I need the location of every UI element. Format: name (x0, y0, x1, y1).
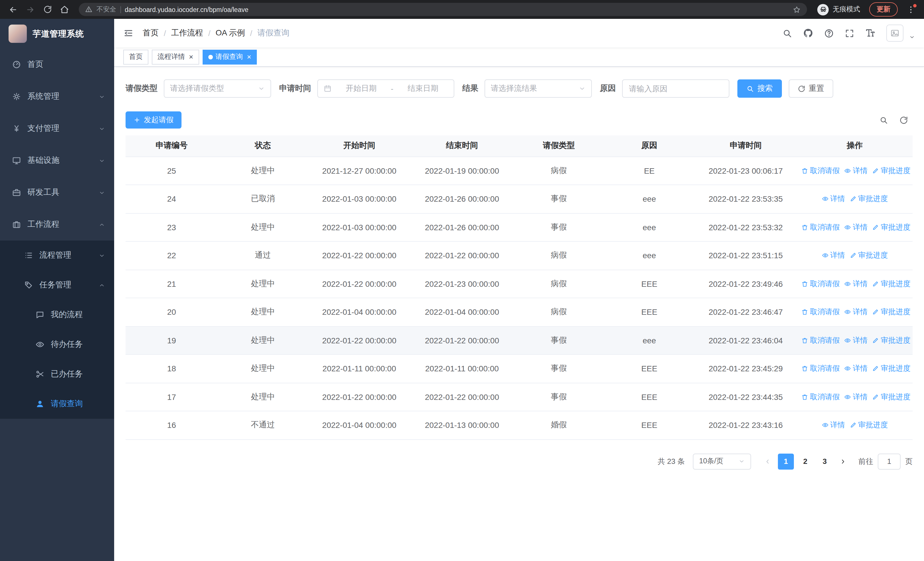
page-button-3[interactable]: 3 (817, 453, 832, 469)
page-button-2[interactable]: 2 (797, 453, 813, 469)
column-header: 开始时间 (308, 135, 411, 156)
search-button[interactable]: 搜索 (737, 80, 782, 98)
sidebar-item-task-management[interactable]: 任务管理 (0, 270, 114, 300)
approval-progress-link[interactable]: 审批进度 (872, 222, 910, 233)
approval-progress-link[interactable]: 审批进度 (872, 165, 910, 176)
tab-process-detail[interactable]: 流程详情× (152, 50, 199, 64)
sidebar-item-workflow[interactable]: 工作流程 (0, 209, 114, 241)
detail-link[interactable]: 详情 (844, 222, 867, 233)
detail-link[interactable]: 详情 (822, 194, 845, 204)
approval-progress-link[interactable]: 审批进度 (872, 392, 910, 402)
forward-button[interactable] (23, 2, 38, 17)
chat-icon (35, 310, 45, 319)
detail-link[interactable]: 详情 (822, 251, 845, 261)
detail-link[interactable]: 详情 (844, 335, 867, 346)
apply-time-range[interactable]: 开始日期 - 结束日期 (317, 80, 454, 98)
sidebar-item-payment-management[interactable]: 支付管理 (0, 113, 114, 144)
close-tab-icon[interactable]: × (247, 53, 251, 60)
cancel-leave-link[interactable]: 取消请假 (801, 335, 840, 346)
cancel-leave-link[interactable]: 取消请假 (801, 222, 840, 233)
approval-progress-link[interactable]: 审批进度 (872, 307, 910, 317)
table-cell: 2022-01-11 00:00:00 (410, 355, 513, 383)
table-cell: EEE (604, 383, 694, 411)
page-button-1[interactable]: 1 (778, 453, 794, 469)
table-row: 17处理中2022-01-22 00:00:002022-01-22 00:00… (126, 383, 913, 411)
top-navbar: 首页/工作流程/OA 示例/请假查询 (114, 19, 924, 47)
cancel-leave-link[interactable]: 取消请假 (801, 307, 840, 317)
sidebar-item-label: 研发工具 (27, 187, 59, 198)
end-date-placeholder: 结束日期 (398, 83, 448, 94)
table-cell: 事假 (514, 383, 604, 411)
edit-icon (872, 337, 879, 344)
help-icon[interactable] (824, 28, 834, 38)
prev-page-button[interactable] (759, 453, 776, 469)
cancel-leave-link[interactable]: 取消请假 (801, 279, 840, 289)
detail-link[interactable]: 详情 (844, 165, 867, 176)
reload-button[interactable] (40, 2, 55, 17)
leave-type-select[interactable]: 请选择请假类型 (164, 80, 271, 98)
back-button[interactable] (6, 2, 21, 17)
approval-progress-link[interactable]: 审批进度 (872, 279, 910, 289)
sidebar-item-label: 首页 (27, 59, 44, 70)
approval-progress-link[interactable]: 审批进度 (872, 364, 910, 374)
reset-button[interactable]: 重置 (789, 80, 833, 98)
toggle-search-icon[interactable] (879, 116, 888, 124)
sidebar-collapse-button[interactable] (123, 28, 134, 38)
dashboard-icon (12, 60, 21, 69)
github-icon[interactable] (803, 28, 813, 38)
table-cell: 2022-01-22 00:00:00 (308, 270, 411, 298)
refresh-table-icon[interactable] (900, 116, 908, 124)
browser-menu-button[interactable] (903, 2, 918, 17)
table-cell: 2022-01-19 00:00:00 (410, 156, 513, 185)
sidebar-item-system-management[interactable]: 系统管理 (0, 81, 114, 113)
cancel-leave-link[interactable]: 取消请假 (801, 392, 840, 402)
fullscreen-icon[interactable] (844, 28, 854, 38)
detail-link[interactable]: 详情 (844, 392, 867, 402)
sidebar-item-home[interactable]: 首页 (0, 48, 114, 81)
approval-progress-link[interactable]: 审批进度 (849, 251, 888, 261)
sidebar-item-process-management[interactable]: 流程管理 (0, 241, 114, 270)
page-size-select[interactable]: 10条/页 (693, 453, 751, 469)
update-button[interactable]: 更新 (869, 2, 898, 17)
create-leave-button[interactable]: 发起请假 (126, 111, 182, 129)
font-size-icon[interactable] (865, 28, 876, 38)
sidebar-item-leave-query[interactable]: 请假查询 (0, 389, 114, 419)
breadcrumb-item[interactable]: OA 示例 (216, 28, 245, 38)
reason-input[interactable] (622, 80, 729, 98)
table-cell: 处理中 (218, 156, 308, 185)
approval-progress-link[interactable]: 审批进度 (849, 420, 888, 430)
goto-page-input[interactable] (878, 453, 901, 469)
detail-link[interactable]: 详情 (844, 364, 867, 374)
sidebar-item-done-tasks[interactable]: 已办任务 (0, 359, 114, 389)
next-page-button[interactable] (834, 453, 852, 469)
chevron-up-icon (99, 221, 105, 228)
bookmark-star-icon[interactable] (793, 5, 801, 14)
breadcrumb-item[interactable]: 首页 (142, 28, 159, 38)
table-row: 19处理中2022-01-22 00:00:002022-01-22 00:00… (126, 326, 913, 355)
detail-link[interactable]: 详情 (822, 420, 845, 430)
page-content: 请假类型 请选择请假类型 申请时间 开始日期 - 结束日期 (114, 67, 924, 561)
cancel-leave-link[interactable]: 取消请假 (801, 165, 840, 176)
breadcrumb-item[interactable]: 工作流程 (171, 28, 203, 38)
approval-progress-link[interactable]: 审批进度 (849, 194, 888, 204)
approval-progress-link[interactable]: 审批进度 (872, 335, 910, 346)
close-tab-icon[interactable]: × (189, 53, 193, 60)
avatar[interactable] (886, 24, 903, 42)
detail-link[interactable]: 详情 (844, 307, 867, 317)
sidebar-item-my-processes[interactable]: 我的流程 (0, 300, 114, 329)
search-icon[interactable] (783, 28, 792, 38)
cancel-leave-link[interactable]: 取消请假 (801, 364, 840, 374)
table-cell: 22 (126, 241, 218, 270)
sidebar-item-todo-tasks[interactable]: 待办任务 (0, 329, 114, 359)
tab-leave-query[interactable]: 请假查询× (202, 50, 257, 64)
table-cell: 2022-01-22 00:00:00 (410, 326, 513, 355)
sidebar-item-dev-tools[interactable]: 研发工具 (0, 176, 114, 209)
detail-link[interactable]: 详情 (844, 279, 867, 289)
sidebar-item-infrastructure[interactable]: 基础设施 (0, 144, 114, 176)
home-button[interactable] (57, 2, 72, 17)
result-select[interactable]: 请选择流结果 (484, 80, 592, 98)
table-cell: EE (604, 156, 694, 185)
tab-home[interactable]: 首页 (123, 50, 148, 64)
page-jumper: 前往 页 (858, 453, 913, 469)
address-bar[interactable]: 不安全 dashboard.yudao.iocoder.cn/bpm/oa/le… (79, 3, 807, 16)
